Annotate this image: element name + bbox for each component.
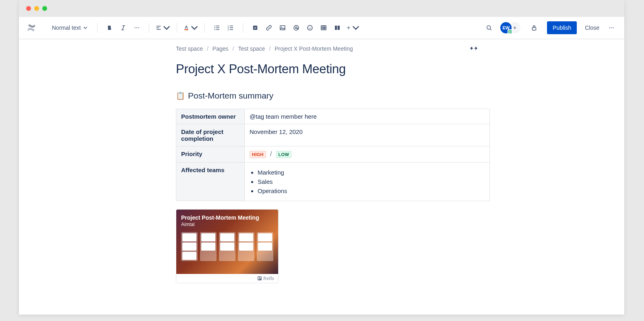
alignment-dropdown[interactable] — [155, 21, 171, 34]
svg-point-4 — [214, 25, 215, 26]
clipboard-icon: 📋 — [176, 91, 185, 100]
table-row: Affected teams Marketing Sales Operation… — [176, 163, 490, 201]
app-window: Normal text 123 — [19, 0, 624, 315]
action-item-button[interactable] — [249, 21, 262, 34]
window-maximize-button[interactable] — [42, 6, 47, 11]
window-close-button[interactable] — [26, 6, 31, 11]
emoji-button[interactable] — [303, 21, 316, 34]
table-header-cell[interactable]: Date of project completion — [176, 124, 245, 146]
chevron-down-icon — [352, 24, 359, 31]
trello-card-preview: Project Post-Mortem Meeting Aimtal — [176, 210, 278, 274]
trello-board-columns — [181, 232, 273, 261]
titlebar — [19, 0, 624, 17]
svg-rect-20 — [337, 26, 339, 30]
image-button[interactable] — [276, 21, 289, 34]
table-cell[interactable]: HIGH / LOW — [245, 146, 490, 163]
priority-badge-high[interactable]: HIGH — [250, 151, 266, 158]
trello-column — [219, 232, 235, 261]
window-minimize-button[interactable] — [34, 6, 39, 11]
toolbar-divider — [177, 23, 177, 33]
restrictions-button[interactable] — [528, 21, 541, 34]
svg-rect-26 — [258, 276, 262, 280]
list-item[interactable]: Sales — [258, 178, 485, 185]
mention-button[interactable] — [290, 21, 303, 34]
svg-point-23 — [609, 27, 610, 28]
svg-point-6 — [214, 29, 215, 30]
breadcrumb-item[interactable]: Project X Post-Mortem Meeting — [275, 45, 353, 52]
table-row: Priority HIGH / LOW — [176, 146, 490, 163]
svg-point-1 — [136, 27, 137, 28]
trello-embed-card[interactable]: Project Post-Mortem Meeting Aimtal Trell… — [176, 209, 279, 283]
table-header-cell[interactable]: Affected teams — [176, 163, 245, 201]
section-heading[interactable]: 📋 Post-Mortem summary — [176, 91, 490, 101]
trello-column — [257, 232, 273, 261]
table-button[interactable] — [317, 21, 330, 34]
summary-table[interactable]: Postmortem owner @tag team member here D… — [176, 109, 490, 201]
page-title[interactable]: Project X Post-Mortem Meeting — [176, 62, 490, 76]
close-button[interactable]: Close — [581, 21, 603, 34]
bold-button[interactable] — [103, 21, 116, 34]
priority-badge-low[interactable]: LOW — [276, 151, 292, 158]
trello-card-footer: Trello — [176, 274, 278, 283]
svg-point-16 — [309, 27, 310, 28]
text-style-dropdown[interactable]: Normal text — [48, 22, 91, 33]
toolbar-divider — [97, 23, 97, 33]
breadcrumb-item[interactable]: Test space — [238, 45, 265, 52]
breadcrumb-item[interactable]: Test space — [176, 45, 203, 52]
svg-rect-27 — [258, 277, 259, 280]
breadcrumb: Test space / Pages / Test space / Projec… — [176, 45, 490, 52]
svg-point-21 — [487, 26, 491, 29]
toolbar-divider — [204, 23, 205, 33]
trello-logo: Trello — [258, 276, 274, 282]
more-formatting-button[interactable] — [130, 21, 143, 34]
toolbar-divider — [149, 23, 149, 33]
link-button[interactable] — [262, 21, 275, 34]
text-style-label: Normal text — [52, 25, 81, 31]
table-row: Postmortem owner @tag team member here — [176, 109, 490, 124]
svg-rect-22 — [533, 27, 536, 30]
page-width-toggle[interactable] — [470, 45, 478, 52]
chevron-down-icon — [83, 27, 87, 29]
numbered-list-button[interactable]: 123 — [224, 21, 237, 34]
svg-point-5 — [214, 27, 215, 28]
svg-rect-11 — [280, 26, 285, 30]
table-cell[interactable]: Marketing Sales Operations — [245, 163, 490, 201]
more-actions-button[interactable] — [605, 21, 618, 34]
svg-point-0 — [134, 27, 135, 28]
svg-rect-3 — [184, 29, 188, 30]
editor-toolbar: Normal text 123 — [19, 17, 624, 39]
breadcrumb-item[interactable]: Pages — [213, 45, 229, 52]
search-button[interactable] — [483, 21, 495, 34]
svg-text:3: 3 — [227, 29, 229, 31]
traffic-lights — [26, 6, 47, 11]
table-cell[interactable]: November 12, 2020 — [245, 124, 490, 146]
avatar-editing-badge: E — [508, 29, 512, 34]
svg-point-2 — [138, 27, 139, 28]
breadcrumb-separator: / — [207, 45, 208, 52]
svg-rect-18 — [321, 26, 326, 30]
bullet-list-button[interactable] — [211, 21, 223, 34]
publish-button[interactable]: Publish — [547, 21, 577, 34]
table-cell[interactable]: @tag team member here — [245, 109, 490, 124]
trello-card-subtitle: Aimtal — [181, 222, 273, 227]
breadcrumb-separator: / — [233, 45, 234, 52]
editor-content[interactable]: Test space / Pages / Test space / Projec… — [176, 39, 490, 289]
toolbar-divider — [243, 23, 243, 33]
table-header-cell[interactable]: Postmortem owner — [176, 109, 245, 124]
table-header-cell[interactable]: Priority — [176, 146, 245, 163]
italic-button[interactable] — [117, 21, 130, 34]
insert-dropdown[interactable] — [345, 21, 361, 34]
affected-teams-list: Marketing Sales Operations — [258, 169, 485, 194]
svg-point-17 — [310, 27, 311, 28]
chevron-down-icon — [191, 24, 198, 31]
table-row: Date of project completion November 12, … — [176, 124, 490, 146]
user-avatar[interactable]: EW E — [500, 22, 512, 33]
layouts-button[interactable] — [331, 21, 344, 34]
trello-column — [200, 232, 217, 261]
text-color-dropdown[interactable] — [183, 21, 199, 34]
svg-point-13 — [294, 25, 299, 30]
trello-card-title: Project Post-Mortem Meeting — [181, 214, 273, 221]
list-item[interactable]: Marketing — [258, 169, 485, 176]
list-item[interactable]: Operations — [258, 187, 485, 194]
section-heading-text: Post-Mortem summary — [188, 91, 273, 101]
